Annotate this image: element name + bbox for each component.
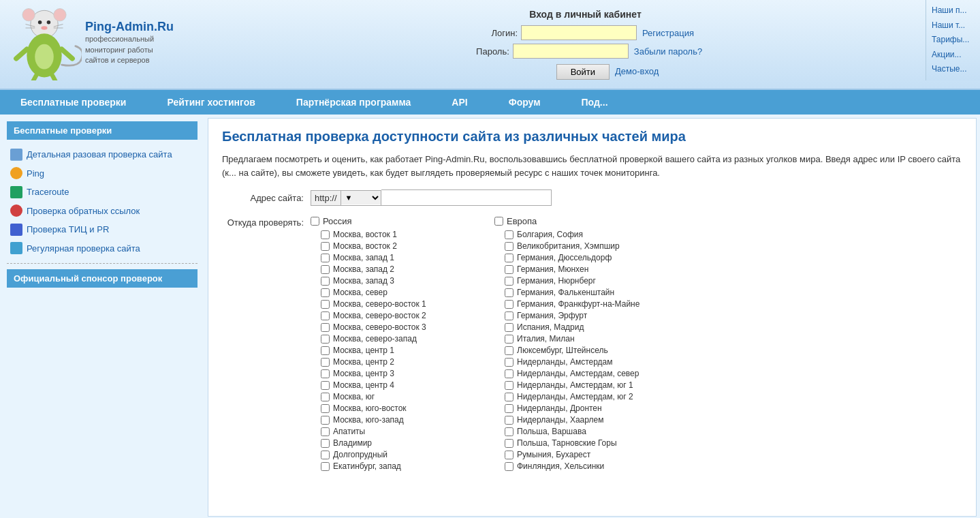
list-item: Москва, запад 3 [311, 276, 474, 286]
nav-forum[interactable]: Форум [488, 90, 561, 115]
list-item: Москва, северо-восток 3 [311, 322, 474, 332]
list-item: Москва, юго-запад [311, 415, 474, 425]
sidebar-item-backlinks[interactable]: Проверка обратных ссылок [7, 202, 197, 221]
checkbox-ru-5[interactable] [321, 277, 330, 286]
sidebar-item-regular-label: Регулярная проверка сайта [27, 242, 140, 256]
logo-area: Ping-Admin.Ru профессиональный мониторин… [7, 5, 197, 80]
regions-container: Россия Москва, восток 1 Москва, восток 2… [311, 216, 658, 473]
checkbox-ru-12[interactable] [321, 358, 330, 367]
checkbox-eu-15[interactable] [505, 393, 513, 401]
sidebar-sponsor: Официальный спонсор проверок [7, 269, 197, 288]
demo-link[interactable]: Демо-вход [615, 66, 659, 76]
list-item: Москва, восток 2 [311, 241, 474, 251]
checkbox-eu-11[interactable] [505, 346, 513, 355]
europe-checkbox[interactable] [494, 217, 503, 226]
checkbox-ru-13[interactable] [321, 369, 330, 378]
header-right-link-1[interactable]: Наши п... [932, 3, 975, 18]
list-item: Финляндия, Хельсинки [494, 461, 658, 471]
checkbox-ru-8[interactable] [321, 311, 330, 320]
sidebar-item-ping[interactable]: Ping [7, 164, 197, 183]
checkbox-ru-21[interactable] [321, 462, 330, 471]
checkbox-eu-16[interactable] [505, 404, 513, 413]
header-right-link-5[interactable]: Частые... [932, 62, 975, 77]
checkbox-eu-17[interactable] [505, 416, 513, 425]
sidebar-item-traceroute[interactable]: Traceroute [7, 183, 197, 202]
checkbox-ru-1[interactable] [321, 230, 330, 239]
header-right-link-2[interactable]: Наши т... [932, 18, 975, 33]
sidebar-item-details[interactable]: Детальная разовая проверка сайта [7, 145, 197, 164]
list-item: Германия, Нюрнберг [494, 276, 658, 286]
protocol-select[interactable]: ▼ http:// https:// [341, 191, 381, 204]
password-input[interactable] [513, 44, 629, 59]
checkbox-eu-8[interactable] [505, 311, 513, 320]
nav-more[interactable]: Под... [561, 90, 629, 115]
checkbox-eu-19[interactable] [505, 439, 513, 448]
checkbox-eu-5[interactable] [505, 277, 513, 286]
checkbox-eu-18[interactable] [505, 427, 513, 436]
checkbox-eu-7[interactable] [505, 300, 513, 309]
checkbox-ru-3[interactable] [321, 254, 330, 262]
checkbox-ru-2[interactable] [321, 242, 330, 251]
checkbox-ru-20[interactable] [321, 451, 330, 459]
checkbox-eu-2[interactable] [505, 242, 513, 251]
header-right-link-4[interactable]: Акции... [932, 48, 975, 63]
checkbox-ru-11[interactable] [321, 346, 330, 355]
register-link[interactable]: Регистрация [642, 28, 694, 38]
checkbox-eu-12[interactable] [505, 358, 513, 367]
checkbox-eu-21[interactable] [505, 462, 513, 471]
checkbox-eu-14[interactable] [505, 381, 513, 390]
sidebar-item-backlinks-label: Проверка обратных ссылок [27, 204, 140, 218]
header-right-link-3[interactable]: Тарифы... [932, 33, 975, 48]
list-item: Германия, Эрфурт [494, 311, 658, 320]
checkbox-ru-10[interactable] [321, 335, 330, 344]
checkbox-ru-7[interactable] [321, 300, 330, 309]
list-item: Екатинбург, запад [311, 461, 474, 471]
list-item: Нидерланды, Амстердам, север [494, 369, 658, 378]
logo-text: Ping-Admin.Ru профессиональный мониторин… [85, 20, 174, 65]
nav-hosting-rating[interactable]: Рейтинг хостингов [146, 90, 275, 115]
svg-line-12 [62, 49, 73, 59]
checkbox-ru-15[interactable] [321, 393, 330, 401]
list-item: Москва, юг [311, 392, 474, 401]
sidebar-item-tic[interactable]: Проверка ТИЦ и PR [7, 220, 197, 239]
sidebar-item-regular[interactable]: Регулярная проверка сайта [7, 239, 197, 258]
nav-free-checks[interactable]: Бесплатные проверки [0, 90, 146, 115]
list-item: Москва, северо-восток 1 [311, 299, 474, 309]
logo-subtitle: профессиональный мониторинг работы сайто… [85, 34, 174, 65]
list-item: Румыния, Бухарест [494, 450, 658, 459]
checkbox-eu-20[interactable] [505, 451, 513, 459]
list-item: Германия, Дюссельдорф [494, 253, 658, 262]
checkbox-eu-4[interactable] [505, 265, 513, 274]
login-input[interactable] [521, 25, 637, 40]
checkbox-ru-6[interactable] [321, 288, 330, 297]
header: Ping-Admin.Ru профессиональный мониторин… [0, 0, 980, 90]
nav-api[interactable]: API [431, 90, 488, 115]
nav-partner[interactable]: Партнёрская программа [276, 90, 432, 115]
checkbox-ru-16[interactable] [321, 404, 330, 413]
checkbox-eu-6[interactable] [505, 288, 513, 297]
logo-mascot [7, 5, 82, 80]
login-button[interactable]: Войти [556, 64, 610, 80]
checkbox-ru-17[interactable] [321, 416, 330, 425]
russia-checkbox[interactable] [311, 217, 319, 226]
checkbox-ru-19[interactable] [321, 439, 330, 448]
forgot-link[interactable]: Забыли пароль? [634, 46, 702, 57]
checkbox-eu-1[interactable] [505, 230, 513, 239]
checkbox-ru-14[interactable] [321, 381, 330, 390]
checkbox-eu-3[interactable] [505, 254, 513, 262]
list-item: Москва, центр 1 [311, 346, 474, 355]
list-item: Великобритания, Хэмпшир [494, 241, 658, 251]
list-item: Москва, центр 4 [311, 380, 474, 390]
checkbox-eu-10[interactable] [505, 335, 513, 344]
checkbox-ru-9[interactable] [321, 323, 330, 332]
checkbox-ru-4[interactable] [321, 265, 330, 274]
svg-point-4 [47, 20, 50, 25]
checkbox-ru-18[interactable] [321, 427, 330, 436]
address-input[interactable] [381, 189, 552, 206]
sidebar: Бесплатные проверки Детальная разовая пр… [0, 115, 204, 518]
svg-point-2 [54, 9, 66, 21]
page-description: Предлагаем посмотреть и оценить, как раб… [222, 153, 962, 179]
checkbox-eu-13[interactable] [505, 369, 513, 378]
checkbox-eu-9[interactable] [505, 323, 513, 332]
links-icon [10, 204, 22, 217]
